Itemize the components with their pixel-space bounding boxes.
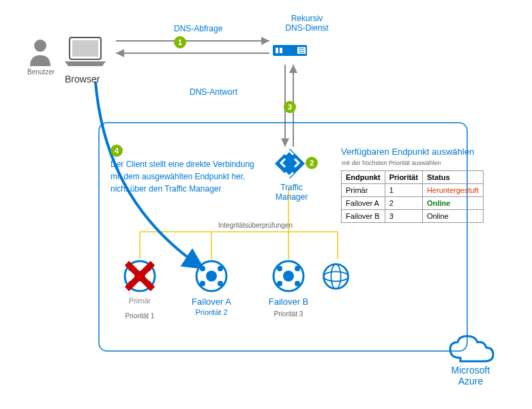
table-row: Failover B 3 Online	[342, 210, 484, 223]
azure-line1: Microsoft	[447, 365, 494, 376]
health-checks-label: Integritätsüberprüfungen	[218, 222, 293, 229]
dns-query-label: DNS-Abfrage	[174, 24, 222, 33]
svg-point-31	[218, 266, 223, 271]
client-connect-line1: Der Client stellt eine direkte Verbindun…	[110, 158, 254, 170]
endpoint-primary-name: Primär	[119, 297, 160, 305]
azure-cloud-icon	[447, 334, 494, 367]
svg-point-29	[206, 271, 217, 282]
svg-marker-21	[275, 149, 305, 179]
th-endpoint: Endpunkt	[342, 171, 385, 184]
badge-2: 2	[306, 157, 318, 169]
svg-point-11	[34, 40, 46, 52]
endpoint-failoverA-priority: Priorität 2	[188, 308, 235, 316]
endpoint-primary-icon	[123, 259, 157, 295]
th-priority: Priorität	[385, 171, 422, 184]
table-row: Primär 1 Heruntergestuft	[342, 184, 484, 197]
dns-service-line1: Rekursiv	[280, 14, 334, 23]
traffic-manager-icon	[273, 147, 307, 183]
endpoint-failoverA-icon	[194, 259, 228, 295]
svg-rect-16	[280, 48, 282, 53]
badge-1: 1	[174, 36, 186, 48]
badge-3: 3	[284, 101, 296, 113]
endpoint-failoverA-name: Failover A	[188, 297, 235, 307]
client-connect-text: Der Client stellt eine direkte Verbindun…	[110, 158, 254, 195]
client-connect-line3: nicht über den Traffic Manager	[110, 183, 254, 195]
select-endpoint-sub: mit der höchsten Priorität auswählen	[342, 160, 441, 166]
select-endpoint-title: Verfügbaren Endpunkt auswählen	[341, 147, 474, 157]
svg-rect-15	[276, 48, 278, 53]
dns-server-icon	[273, 40, 314, 62]
user-label: Benutzer	[27, 68, 55, 76]
traffic-manager-label: Traffic Manager	[266, 183, 317, 202]
table-header-row: Endpunkt Priorität Status	[342, 171, 484, 184]
endpoint-table-wrap: Endpunkt Priorität Status Primär 1 Herun…	[341, 170, 484, 223]
endpoint-table: Endpunkt Priorität Status Primär 1 Herun…	[341, 170, 484, 223]
client-connect-line2: mit dem ausgewählten Endpunkt her,	[110, 170, 254, 183]
user-icon	[27, 37, 53, 68]
browser-label: Browser	[65, 74, 100, 85]
svg-point-35	[283, 271, 294, 282]
globe-icon	[321, 261, 351, 294]
svg-rect-13	[72, 40, 98, 57]
svg-point-37	[295, 266, 300, 271]
svg-point-36	[277, 266, 282, 271]
svg-point-41	[324, 271, 349, 281]
dns-service-label: Rekursiv DNS-Dienst	[280, 14, 334, 33]
svg-point-32	[200, 281, 205, 286]
endpoint-primary-priority: Priorität 1	[123, 312, 157, 320]
laptop-icon	[61, 34, 109, 70]
table-row: Failover A 2 Online	[342, 197, 484, 210]
endpoint-failoverB-icon	[271, 259, 306, 295]
endpoint-failoverB-name: Failover B	[265, 297, 312, 307]
svg-point-39	[295, 281, 300, 286]
dns-response-label: DNS-Antwort	[190, 87, 237, 97]
azure-label: Microsoft Azure	[447, 365, 494, 387]
svg-point-38	[277, 281, 282, 286]
endpoint-failoverB-priority: Priorität 3	[271, 310, 306, 318]
th-status: Status	[422, 171, 483, 184]
dns-service-line2: DNS-Dienst	[280, 23, 334, 33]
svg-point-40	[324, 264, 349, 289]
badge-4: 4	[110, 145, 123, 157]
svg-point-30	[200, 266, 205, 271]
svg-point-42	[331, 264, 340, 289]
azure-line2: Azure	[447, 376, 494, 387]
svg-point-33	[218, 281, 223, 286]
